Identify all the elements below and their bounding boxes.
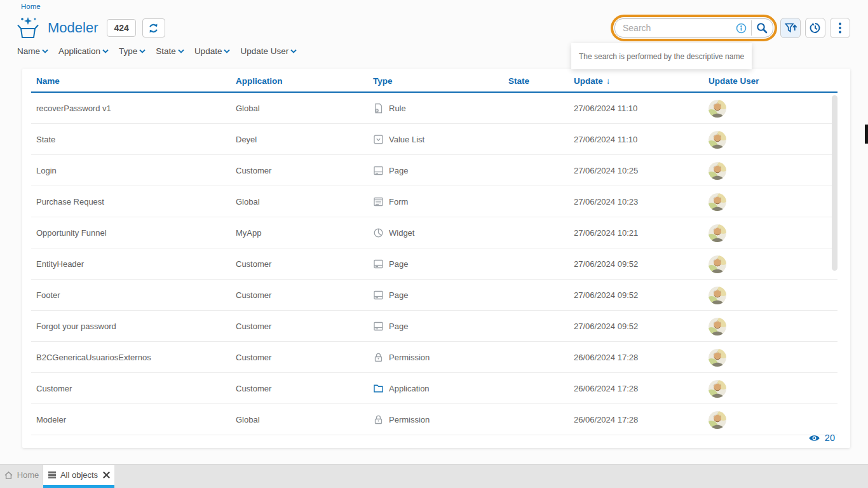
search-bar[interactable] xyxy=(614,18,773,37)
search-input[interactable] xyxy=(623,23,731,33)
eye-icon xyxy=(808,434,820,442)
column-header-state[interactable]: State xyxy=(508,76,574,86)
cell-update: 27/06/2024 09:52 xyxy=(574,322,709,331)
user-avatar xyxy=(709,287,726,304)
table-row[interactable]: Modeler Global Permission 26/06/2024 17:… xyxy=(22,404,850,435)
cell-application: Global xyxy=(236,415,373,424)
cell-update: 27/06/2024 10:25 xyxy=(574,166,709,175)
filter-update[interactable]: Update xyxy=(194,46,231,56)
cell-state xyxy=(508,259,574,269)
table-row[interactable]: Footer Customer Page 27/06/2024 09:52 xyxy=(22,280,850,311)
cell-state xyxy=(508,228,574,238)
object-count-badge: 424 xyxy=(107,19,135,37)
cell-state xyxy=(508,415,574,424)
table-row[interactable]: Opportunity Funnel MyApp Widget 27/06/20… xyxy=(22,217,850,248)
chevron-down-icon xyxy=(290,49,297,53)
cell-update-user xyxy=(709,380,850,398)
home-breadcrumb-link[interactable]: Home xyxy=(21,3,41,10)
search-tooltip: The search is performed by the descripti… xyxy=(571,43,752,69)
search-icon[interactable] xyxy=(756,22,768,34)
kebab-menu-button[interactable] xyxy=(830,18,850,38)
visible-count-value: 20 xyxy=(825,433,835,443)
funnel-up-arrow-icon xyxy=(784,22,797,34)
permission-icon xyxy=(373,352,384,363)
table-row[interactable]: Purchase Request Global Form 27/06/2024 … xyxy=(22,186,850,217)
cell-type: Value List xyxy=(373,134,508,145)
cell-type: Application xyxy=(373,383,508,394)
user-avatar xyxy=(709,224,726,242)
export-filter-button[interactable] xyxy=(780,18,801,38)
table-row[interactable]: EntityHeader Customer Page 27/06/2024 09… xyxy=(22,248,850,280)
cell-update-user xyxy=(709,287,850,304)
filter-state[interactable]: State xyxy=(156,46,184,56)
cell-update: 27/06/2024 09:52 xyxy=(574,290,709,300)
kebab-menu-icon xyxy=(838,22,842,34)
info-icon[interactable] xyxy=(736,23,747,34)
refresh-button[interactable] xyxy=(142,18,165,37)
cell-name: Customer xyxy=(36,384,236,393)
cell-name: Purchase Request xyxy=(36,197,236,207)
cell-update: 26/06/2024 17:28 xyxy=(574,415,709,424)
cell-update-user xyxy=(709,131,850,149)
tab-all-objects[interactable]: All objects xyxy=(43,465,114,485)
cell-update-user xyxy=(709,411,850,429)
filter-update-user[interactable]: Update User xyxy=(240,46,297,56)
permission-icon xyxy=(373,414,384,425)
home-icon xyxy=(4,471,13,480)
user-avatar xyxy=(709,318,726,336)
cell-name: State xyxy=(36,135,236,144)
cell-state xyxy=(508,353,574,362)
column-header-update-user[interactable]: Update User xyxy=(709,76,850,86)
cell-update: 27/06/2024 09:52 xyxy=(574,259,709,269)
cell-application: Customer xyxy=(236,322,373,331)
page-icon xyxy=(373,259,384,269)
cell-update-user xyxy=(709,318,850,336)
table-row[interactable]: Customer Customer Application 26/06/2024… xyxy=(22,373,850,404)
cell-application: MyApp xyxy=(236,228,373,238)
history-icon xyxy=(809,22,822,34)
cell-type: Rule xyxy=(373,103,508,114)
cell-application: Customer xyxy=(236,259,373,269)
user-avatar xyxy=(709,349,726,367)
filter-name[interactable]: Name xyxy=(17,46,48,56)
chevron-down-icon xyxy=(178,49,184,53)
filter-type[interactable]: Type xyxy=(119,46,146,56)
close-icon[interactable] xyxy=(103,471,110,478)
table-row[interactable]: Forgot your password Customer Page 27/06… xyxy=(22,311,850,342)
cell-application: Customer xyxy=(236,384,373,393)
column-header-update[interactable]: Update↓ xyxy=(574,76,709,86)
cell-update-user xyxy=(709,349,850,367)
chevron-down-icon xyxy=(42,49,48,53)
cell-name: recoverPassword v1 xyxy=(36,104,236,113)
user-avatar xyxy=(709,131,726,149)
objects-table-card: Name Application Type State Update↓ Upda… xyxy=(22,69,850,448)
cell-type: Widget xyxy=(373,227,508,238)
rule-icon xyxy=(373,103,384,114)
refresh-icon xyxy=(147,22,159,34)
widget-icon xyxy=(373,227,384,238)
history-button[interactable] xyxy=(805,18,825,38)
cell-name: Opportunity Funnel xyxy=(36,228,236,238)
filter-application[interactable]: Application xyxy=(58,46,109,56)
cell-application: Customer xyxy=(236,166,373,175)
table-row[interactable]: B2CGenericaUsuariosExternos Customer Per… xyxy=(22,342,850,373)
column-header-name[interactable]: Name xyxy=(36,76,236,86)
table-row[interactable]: recoverPassword v1 Global Rule 27/06/202… xyxy=(22,93,850,124)
chevron-down-icon xyxy=(102,49,109,53)
modeler-box-icon xyxy=(16,16,40,40)
table-scrollbar[interactable] xyxy=(832,95,837,271)
list-icon xyxy=(48,471,57,479)
table-row[interactable]: State Deyel Value List 27/06/2024 11:10 xyxy=(22,124,850,155)
column-header-type[interactable]: Type xyxy=(373,76,508,86)
cell-application: Customer xyxy=(236,290,373,300)
cell-update-user xyxy=(709,193,850,211)
cell-update: 27/06/2024 10:21 xyxy=(574,228,709,238)
cell-type: Permission xyxy=(373,414,508,425)
tab-home[interactable]: Home xyxy=(0,465,43,485)
user-avatar xyxy=(709,255,726,273)
search-divider xyxy=(751,20,752,36)
chevron-down-icon xyxy=(224,49,230,53)
table-row[interactable]: Login Customer Page 27/06/2024 10:25 xyxy=(22,155,850,186)
cell-update: 26/06/2024 17:28 xyxy=(574,384,709,393)
column-header-application[interactable]: Application xyxy=(236,76,373,86)
